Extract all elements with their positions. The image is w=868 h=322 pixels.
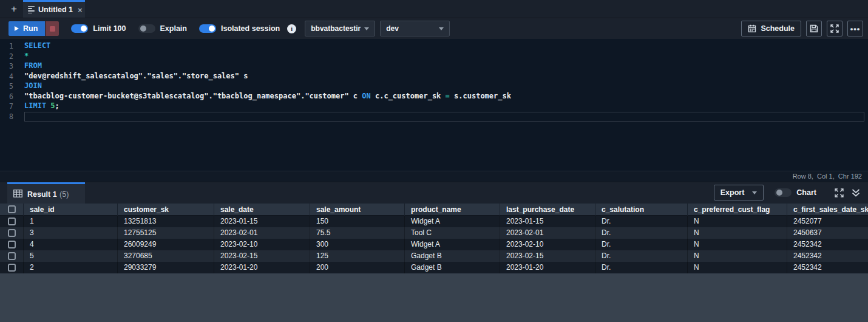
limit-toggle[interactable] [71,24,88,33]
current-line[interactable] [24,112,864,122]
cell: 2452077 [787,216,868,227]
cell: 2023-01-15 [214,216,310,227]
export-button[interactable]: Export [714,185,764,200]
results-scroll-area[interactable] [0,273,868,322]
stop-button[interactable] [46,21,59,36]
code-line[interactable]: 5JOIN [0,81,868,92]
sql-editor[interactable]: 1SELECT2*3FROM4"dev@redshift_salescatalo… [0,39,868,171]
column-header[interactable]: product_name [404,204,500,216]
row-checkbox[interactable] [8,241,16,248]
cell: N [687,239,787,250]
tab-title: Untitled 1 [38,5,73,14]
cell: Widget A [404,216,500,227]
code-line[interactable]: 8 [0,112,868,122]
column-header[interactable]: customer_sk [117,204,214,216]
table-row[interactable]: 3127551252023-02-0175.5Tool C2023-02-01D… [0,227,868,239]
row-checkbox[interactable] [8,229,16,237]
column-header[interactable]: sale_id [23,204,117,216]
cluster-dropdown-value: bbvatbactesting [311,24,361,33]
toolbar-right: Schedule ••• [741,21,863,36]
database-dropdown[interactable]: dev [380,21,450,36]
cell: 2023-01-20 [500,262,595,273]
table-row[interactable]: 532706852023-02-15125Gadget B2023-02-15D… [0,250,868,262]
table-row[interactable]: 1132518132023-01-15150Widget A2023-01-15… [0,216,868,227]
row-checkbox[interactable] [8,218,16,225]
row-checkbox[interactable] [8,264,16,272]
code-text[interactable]: * [24,52,864,61]
editor-tabbar: + Untitled 1 × [0,0,868,18]
sql-token: * [24,52,29,60]
info-icon[interactable]: i [287,24,296,33]
cell: 3270685 [117,250,214,262]
collapse-results-button[interactable] [851,188,861,197]
chart-toggle[interactable] [775,188,792,197]
code-line[interactable]: 7LIMIT 5; [0,101,868,112]
code-text[interactable]: FROM [24,61,864,71]
checkbox-cell [0,262,23,273]
line-number: 6 [0,92,24,101]
column-header[interactable]: last_purchase_date [500,204,595,216]
column-header[interactable]: sale_date [214,204,310,216]
cell: 29033279 [117,262,214,273]
stop-icon [50,26,55,32]
new-tab-button[interactable]: + [5,0,23,18]
code-line[interactable]: 6"tbacblog-customer-bucket@s3tablescatal… [0,92,868,102]
code-text[interactable]: LIMIT 5; [24,101,864,111]
cell: 2 [23,262,117,273]
row-checkbox[interactable] [8,252,16,260]
cell: N [687,250,787,262]
column-header[interactable]: c_preferred_cust_flag [687,204,787,216]
cell: 5 [23,250,117,262]
cell: 300 [310,239,404,250]
cell: 2023-01-15 [500,216,595,227]
sql-token: ; [55,101,59,110]
explain-toggle[interactable] [138,24,155,33]
cluster-dropdown[interactable]: bbvatbactesting [305,21,375,36]
run-label: Run [23,24,38,33]
code-line[interactable]: 4"dev@redshift_salescatalog"."sales"."st… [0,72,868,82]
cell: Dr. [595,239,687,250]
cell: Dr. [595,250,687,262]
code-line[interactable]: 2* [0,52,868,62]
checkbox-cell [0,250,23,262]
checkbox-cell [0,216,23,227]
editor-toolbar: Run Limit 100 Explain Isolated session i… [0,18,868,39]
cell: 2023-02-15 [214,250,310,262]
results-body: 1132518132023-01-15150Widget A2023-01-15… [0,216,868,273]
cell: Widget A [404,239,500,250]
tab-untitled-1[interactable]: Untitled 1 × [23,0,85,18]
more-actions-button[interactable]: ••• [847,21,863,36]
code-text[interactable]: JOIN [24,81,864,91]
save-button[interactable] [806,21,822,36]
line-number: 3 [0,62,24,70]
code-text[interactable]: SELECT [24,41,864,51]
calendar-icon [748,24,756,33]
cell: 2452342 [787,239,868,250]
sql-token: LIMIT [24,101,46,110]
code-text[interactable]: "tbacblog-customer-bucket@s3tablescatalo… [24,92,864,101]
sql-token: "tbacblog-customer-bucket@s3tablescatalo… [24,92,362,100]
cell: 2023-02-10 [500,239,595,250]
column-header[interactable]: c_first_sales_date_sk [787,204,868,216]
result-tab[interactable]: Result 1 (5) [7,182,85,204]
isolated-session-toggle-group: Isolated session [199,24,280,33]
notebook-icon [28,6,35,13]
table-row[interactable]: 2290332792023-01-20200Gadget B2023-01-20… [0,262,868,273]
code-text[interactable]: "dev@redshift_salescatalog"."sales"."sto… [24,72,864,81]
row-checkbox[interactable] [8,205,16,213]
limit-label: Limit 100 [93,24,126,33]
column-header[interactable]: sale_amount [310,204,404,216]
maximize-results-button[interactable] [835,188,844,197]
code-line[interactable]: 1SELECT [0,41,868,52]
code-line[interactable]: 3FROM [0,61,868,72]
table-row[interactable]: 4260092492023-02-10300Widget A2023-02-10… [0,239,868,250]
run-button[interactable]: Run [8,21,45,36]
result-tab-count: (5) [59,190,69,199]
fullscreen-button[interactable] [827,21,843,36]
editor-statusbar: Row 8, Col 1, Chr 192 [0,171,868,182]
column-header[interactable]: c_salutation [595,204,687,216]
schedule-button[interactable]: Schedule [741,21,801,36]
isolated-session-toggle[interactable] [199,24,216,33]
sql-token: s.customer_sk [450,92,511,100]
close-tab-icon[interactable]: × [78,5,83,15]
